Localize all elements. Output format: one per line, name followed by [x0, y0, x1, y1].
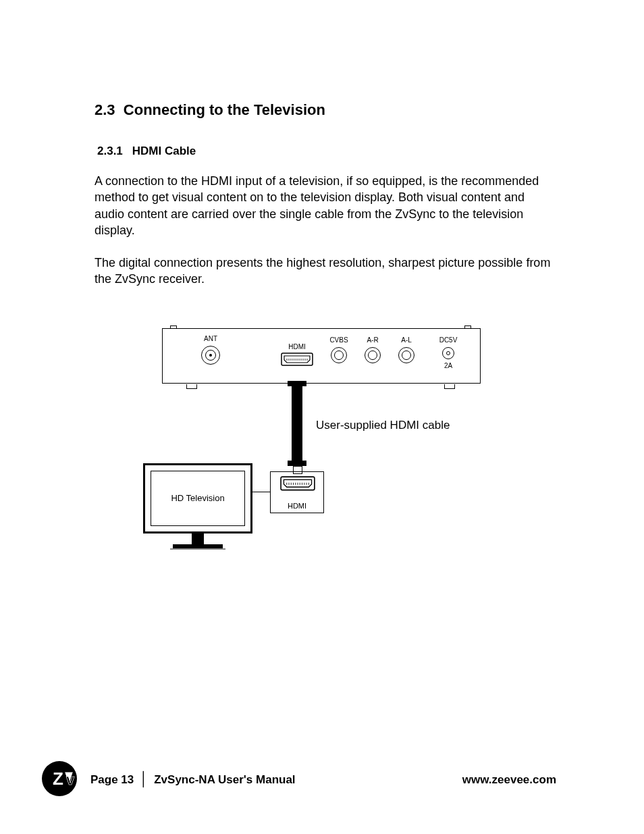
tv-stand-shadow: [170, 548, 225, 550]
footer-manual-title: ZvSync-NA User's Manual: [154, 773, 295, 786]
zv-logo-icon: Z v: [41, 760, 78, 798]
coax-connector-icon: [201, 346, 220, 365]
connection-diagram: ANT HDMI: [95, 321, 556, 592]
page-footer: Z v Page 13 │ ZvSync-NA User's Manual ww…: [41, 760, 556, 798]
device-foot: [186, 384, 197, 389]
hdmi-cable-plug-icon: [288, 461, 306, 466]
section-title: Connecting to the Television: [124, 101, 325, 118]
footer-text: Page 13 │ ZvSync-NA User's Manual www.ze…: [90, 771, 556, 787]
zvsync-rear-panel: ANT HDMI: [162, 321, 479, 389]
subsection-number: 2.3.1: [97, 145, 123, 157]
tv-screen-label: HD Television: [151, 471, 245, 526]
subsection-heading: 2.3.1HDMI Cable: [97, 145, 556, 158]
footer-page: Page 13: [90, 773, 134, 786]
rca-connector-icon: [398, 347, 414, 363]
subsection-title: HDMI Cable: [132, 145, 196, 157]
footer-left: Page 13 │ ZvSync-NA User's Manual: [90, 771, 296, 787]
port-hdmi: HDMI: [281, 346, 313, 369]
section-number: 2.3: [95, 101, 115, 118]
tv-frame: HD Television: [143, 463, 252, 533]
svg-text:v: v: [66, 771, 75, 788]
port-label-dc5v: DC5V: [435, 336, 462, 344]
television-icon: HD Television: [143, 463, 252, 558]
rca-connector-icon: [331, 347, 347, 363]
port-label-ar: A-R: [359, 336, 386, 344]
dc-jack-icon: [442, 347, 454, 359]
document-page: 2.3 Connecting to the Television 2.3.1HD…: [0, 0, 644, 834]
svg-text:Z: Z: [53, 768, 63, 789]
hdmi-cable-icon: [292, 384, 302, 463]
hdmi-connector-icon: [279, 476, 317, 494]
device-foot: [444, 384, 455, 389]
pipe-separator-icon: │: [140, 771, 149, 786]
hdmi-connector-icon: [281, 353, 313, 369]
port-label-cvbs: CVBS: [325, 336, 352, 344]
body-paragraph: A connection to the HDMI input of a tele…: [95, 173, 556, 238]
port-label-hdmi: HDMI: [284, 343, 311, 350]
rca-connector-icon: [365, 347, 381, 363]
body-paragraph: The digital connection presents the high…: [95, 255, 556, 288]
cable-caption: User-supplied HDMI cable: [316, 419, 450, 432]
tv-connector-line: [252, 492, 270, 492]
port-label-ant: ANT: [197, 335, 224, 342]
section-heading: 2.3 Connecting to the Television: [95, 101, 556, 119]
footer-url: www.zeevee.com: [462, 773, 556, 787]
tv-port-label-hdmi: HDMI: [271, 502, 323, 510]
tv-hdmi-inset: HDMI: [270, 471, 324, 513]
port-label-al: A-L: [393, 336, 420, 344]
port-label-dc-amp: 2A: [435, 362, 462, 369]
